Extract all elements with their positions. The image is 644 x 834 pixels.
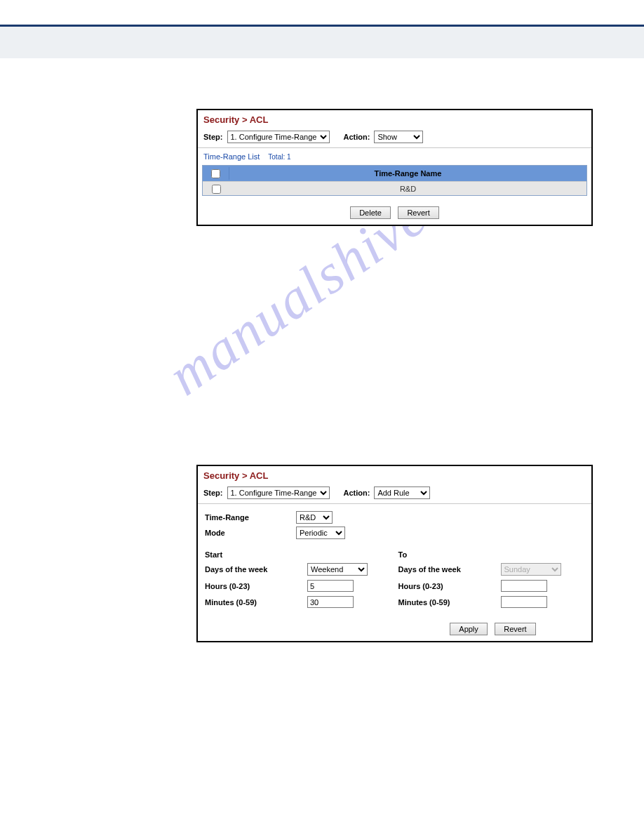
row-checkbox-cell [203,183,229,195]
button-row: Apply Revert [198,616,591,641]
breadcrumb: Security > ACL [198,110,591,128]
action-select[interactable]: Add Rule [374,486,430,499]
start-minutes-input[interactable] [307,596,354,608]
revert-button[interactable]: Revert [398,206,438,219]
start-hours-row: Hours (0-23) [205,580,391,592]
select-all-checkbox[interactable] [211,169,220,178]
to-hours-input[interactable] [501,580,547,592]
start-hours-input[interactable] [307,580,354,592]
row-name-cell: R&D [229,185,586,193]
to-dow-select: Sunday [501,563,561,576]
start-dow-select[interactable]: Weekend [307,563,368,576]
start-dow-row: Days of the week Weekend [205,563,391,576]
to-minutes-input[interactable] [501,596,547,608]
controls-row: Step: 1. Configure Time-Range Action: Ad… [198,484,591,504]
table-header-row: Time-Range Name [203,166,586,181]
button-row: Delete Revert [198,200,591,225]
to-column: To Days of the week Sunday Hours (0-23) … [398,543,585,612]
controls-row: Step: 1. Configure Time-Range Action: Sh… [198,128,591,148]
delete-button[interactable]: Delete [350,206,391,219]
sub-header-bar [0,27,644,58]
step-select[interactable]: 1. Configure Time-Range [227,131,330,143]
acl-add-rule-panel: Security > ACL Step: 1. Configure Time-R… [196,465,593,642]
start-to-columns: Start Days of the week Weekend Hours (0-… [198,543,591,616]
apply-button[interactable]: Apply [450,623,488,635]
to-dow-row: Days of the week Sunday [398,563,585,576]
row-checkbox[interactable] [212,185,221,194]
header-checkbox-cell [203,167,229,180]
list-total: Total: 1 [268,153,290,161]
step-select[interactable]: 1. Configure Time-Range [227,486,330,499]
time-range-row: Time-Range R&D [205,511,584,524]
list-title-row: Time-Range List Total: 1 [198,148,591,164]
dow-label: Days of the week [205,565,303,574]
mode-row: Mode Periodic [205,527,584,539]
header-name-cell: Time-Range Name [229,169,586,178]
revert-button[interactable]: Revert [495,623,535,635]
to-hours-row: Hours (0-23) [398,580,585,592]
dow-label: Days of the week [398,565,497,574]
start-minutes-row: Minutes (0-59) [205,596,391,608]
acl-show-panel: Security > ACL Step: 1. Configure Time-R… [196,109,593,226]
step-label: Step: [203,489,223,497]
form-grid: Time-Range R&D Mode Periodic [198,504,591,543]
to-header: To [398,550,585,559]
mode-label: Mode [205,529,296,537]
mode-select[interactable]: Periodic [296,527,345,539]
hours-label: Hours (0-23) [205,582,303,590]
time-range-table: Time-Range Name R&D [202,165,587,196]
minutes-label: Minutes (0-59) [205,598,303,607]
breadcrumb: Security > ACL [198,466,591,484]
action-select[interactable]: Show [374,131,423,143]
hours-label: Hours (0-23) [398,582,497,590]
list-title: Time-Range List [203,152,260,161]
minutes-label: Minutes (0-59) [398,598,497,607]
action-label: Action: [344,133,370,141]
top-border-bar [0,0,644,27]
time-range-select[interactable]: R&D [296,511,333,524]
start-column: Start Days of the week Weekend Hours (0-… [205,543,391,612]
table-row: R&D [203,181,586,195]
to-minutes-row: Minutes (0-59) [398,596,585,608]
step-label: Step: [203,133,223,141]
time-range-label: Time-Range [205,513,296,522]
action-label: Action: [344,489,370,497]
start-header: Start [205,550,391,559]
